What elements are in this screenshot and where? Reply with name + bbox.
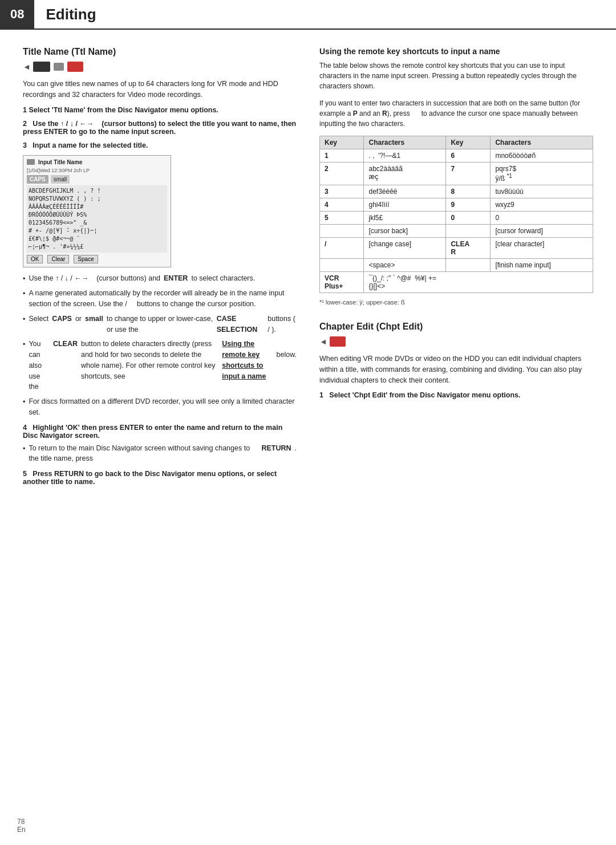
arrow-left-icon: ◄ (23, 62, 31, 71)
table-row: 2 abc2àäáâãæç 7 pqrs7$ÿ/ß *1 (320, 162, 593, 185)
arrow-left-icon: ◄ (319, 337, 327, 346)
bullet-1: Use the ↑ / ↓ / ←→ (cursor buttons) and … (23, 273, 297, 285)
small-button[interactable]: small (51, 175, 70, 184)
table-row: 3 def3éèêë 8 tuv8üùûú (320, 185, 593, 198)
chapter-edit-intro: When editing VR mode DVDs or video on th… (319, 354, 593, 385)
bullet-3: Select CAPS or small to change to upper … (23, 314, 297, 335)
step4-bullets: To return to the main Disc Navigator scr… (23, 443, 297, 465)
bullet-4: You can also use the CLEAR button to del… (23, 339, 297, 392)
chapter-edit-heading: Chapter Edit (Chpt Edit) (319, 322, 593, 332)
screen-date: [1/04]Wed 12:30PM 2ch LP (27, 168, 167, 173)
table-row: 1 . , '?!—&1 6 mno6öòóòøñ (320, 149, 593, 162)
page-footer: 78 En (17, 818, 26, 834)
step2-heading: 2 Use the ↑ / ↓ / ←→ (cursor buttons) to… (23, 120, 297, 136)
chapter-edit-section: Chapter Edit (Chpt Edit) ◄ When editing … (319, 322, 593, 399)
table-row: VCRPlus+ ¯()_/: ;" ` ^@# %¥| +={}[]<> (320, 272, 593, 293)
remote-shortcuts-heading: Using the remote key shortcuts to input … (319, 47, 593, 56)
ok-button[interactable]: OK (27, 255, 43, 263)
space-button[interactable]: Space (74, 255, 98, 263)
dvd-icon (67, 62, 83, 72)
title-name-intro: You can give titles new names of up to 6… (23, 79, 297, 100)
chapter-step1-heading: 1 Select 'Chpt Edit' from the Disc Navig… (319, 391, 593, 399)
bullet-5: For discs formatted on a different DVD r… (23, 396, 297, 418)
chapter-number: 08 (0, 0, 34, 29)
step4-bullet: To return to the main Disc Navigator scr… (23, 443, 297, 465)
col-chars2: Characters (491, 136, 593, 149)
screen-title: Input Title Name (38, 159, 83, 165)
clear-button[interactable]: Clear (47, 255, 69, 263)
table-row: <space> [finish name input] (320, 259, 593, 272)
hdd-icon (54, 63, 64, 71)
chapter-edit-icon-row: ◄ (319, 336, 593, 347)
disc-icon (33, 62, 50, 72)
page-lang: En (17, 826, 26, 834)
disc-icon-row: ◄ (23, 62, 297, 72)
footnote: *¹ lower-case: ÿ; upper-case: ß (319, 299, 593, 306)
title-name-section: Title Name (Ttl Name) ◄ You can give tit… (23, 47, 297, 486)
step5-heading: 5 Press RETURN to go back to the Disc Na… (23, 470, 297, 486)
bullet-2: A name generated automatically by the re… (23, 288, 297, 310)
remote-shortcuts-section: Using the remote key shortcuts to input … (319, 47, 593, 306)
remote-intro-1: The table below shows the remote control… (319, 60, 593, 91)
title-name-heading: Title Name (Ttl Name) (23, 47, 297, 57)
page-title: Editing (34, 6, 96, 23)
page-number: 78 (17, 818, 25, 826)
step3-heading: 3 Input a name for the selected title. (23, 141, 297, 149)
dvd-red-icon (330, 336, 346, 347)
table-row: 5 jkl5£ 0 0 (320, 212, 593, 225)
col-chars1: Characters (364, 136, 446, 149)
col-key2: Key (446, 136, 491, 149)
step4-heading: 4 Highlight 'OK' then press ENTER to ent… (23, 424, 297, 440)
step1-heading: 1 Select 'Ttl Name' from the Disc Naviga… (23, 106, 297, 114)
table-row: / [change case] CLEAR [clear character] (320, 238, 593, 259)
right-column: Using the remote key shortcuts to input … (319, 47, 593, 489)
table-row: [cursor back] [cursor forward] (320, 225, 593, 238)
instructions-list: Use the ↑ / ↓ / ←→ (cursor buttons) and … (23, 273, 297, 418)
remote-intro-2: If you want to enter two characters in s… (319, 98, 593, 129)
key-table: Key Characters Key Characters 1 . , '?!—… (319, 136, 593, 293)
caps-button[interactable]: CAPS (27, 175, 48, 184)
screen-icon (27, 159, 35, 165)
page-header: 08 Editing (0, 0, 616, 30)
col-key1: Key (320, 136, 364, 149)
screen-buttons: OK Clear Space (27, 255, 167, 263)
character-grid: ABCDEFGHIJKLM . , ? ! NOPQRSTUVWXYZ ( ) … (27, 185, 167, 253)
table-row: 4 ghi4îìíí 9 wxyz9 (320, 198, 593, 212)
input-title-screen: Input Title Name [1/04]Wed 12:30PM 2ch L… (23, 155, 171, 267)
left-column: Title Name (Ttl Name) ◄ You can give tit… (23, 47, 297, 489)
